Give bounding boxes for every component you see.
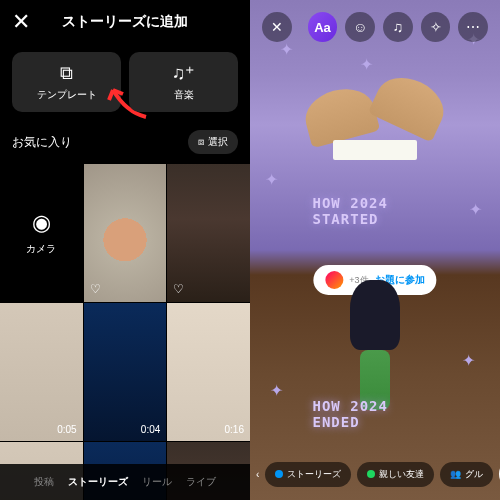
media-tile[interactable]: ♡ [84, 164, 167, 302]
tab-bar: 投稿 ストーリーズ リール ライブ [0, 464, 250, 500]
chip-label: ストーリーズ [287, 468, 341, 481]
avatar-icon [325, 271, 343, 289]
share-stories[interactable]: ストーリーズ [265, 462, 351, 487]
media-tile[interactable]: 0:04 [84, 303, 167, 441]
dot-icon [275, 470, 283, 478]
sticker-button[interactable]: ☺ [345, 12, 375, 42]
page-title: ストーリーズに追加 [62, 13, 188, 31]
story-caption-1[interactable]: HOW 2024 STARTED [313, 195, 438, 227]
close-icon[interactable]: ✕ [12, 9, 30, 35]
story-editor-panel: ✦ ✦ ✦ ✦ ✦ ✦ ✦ ✕ Aa ☺ ♫ ✧ ⋯ HOW 2024 STAR… [250, 0, 500, 500]
option-row: ⧉ テンプレート ♫⁺ 音楽 [0, 44, 250, 120]
text-button[interactable]: Aa [308, 12, 338, 42]
gallery-panel: ✕ ストーリーズに追加 ⧉ テンプレート ♫⁺ 音楽 お気に入り ⧇ 選択 ◉ … [0, 0, 250, 500]
sparkle-icon: ✦ [265, 170, 278, 189]
media-tile[interactable]: 0:05 [0, 303, 83, 441]
select-label: 選択 [208, 135, 228, 149]
heart-icon: ♡ [90, 282, 101, 296]
sparkle-icon: ✦ [469, 200, 482, 219]
tab-stories[interactable]: ストーリーズ [68, 475, 128, 489]
media-grid: ◉ カメラ ♡ ♡ 0:05 0:04 0:16 ∞ [0, 164, 250, 500]
story-caption-2[interactable]: HOW 2024 ENDED [313, 398, 438, 430]
header: ✕ ストーリーズに追加 [0, 0, 250, 44]
effects-button[interactable]: ✧ [421, 12, 451, 42]
template-icon: ⧉ [60, 63, 73, 84]
select-button[interactable]: ⧇ 選択 [188, 130, 238, 154]
music-label: 音楽 [174, 88, 194, 102]
chevron-left-icon[interactable]: ‹ [256, 469, 259, 480]
story-image-bottom [350, 280, 400, 350]
template-label: テンプレート [37, 88, 97, 102]
tab-post[interactable]: 投稿 [34, 475, 54, 489]
camera-label: カメラ [26, 242, 56, 256]
heart-icon: ♡ [173, 282, 184, 296]
close-button[interactable]: ✕ [262, 12, 292, 42]
sparkle-icon: ✦ [280, 40, 293, 59]
chip-label: 親しい友達 [379, 468, 424, 481]
music-button[interactable]: ♫⁺ 音楽 [129, 52, 238, 112]
tab-reel[interactable]: リール [142, 475, 172, 489]
group-icon: 👥 [450, 469, 461, 479]
share-bar: ‹ ストーリーズ 親しい友達 👥グル → [250, 458, 500, 490]
media-tile[interactable]: 0:16 [167, 303, 250, 441]
chip-label: グル [465, 468, 483, 481]
story-image-top [305, 70, 445, 160]
story-toolbar: ✕ Aa ☺ ♫ ✧ ⋯ [250, 12, 500, 42]
media-tile[interactable]: ♡ [167, 164, 250, 302]
duration: 0:16 [225, 424, 244, 435]
music-button[interactable]: ♫ [383, 12, 413, 42]
share-close-friends[interactable]: 親しい友達 [357, 462, 434, 487]
camera-tile[interactable]: ◉ カメラ [0, 164, 83, 302]
select-icon: ⧇ [198, 136, 204, 148]
duration: 0:05 [57, 424, 76, 435]
tab-live[interactable]: ライブ [186, 475, 216, 489]
sparkle-icon: ✦ [462, 351, 475, 370]
more-button[interactable]: ⋯ [458, 12, 488, 42]
duration: 0:04 [141, 424, 160, 435]
share-group[interactable]: 👥グル [440, 462, 493, 487]
template-button[interactable]: ⧉ テンプレート [12, 52, 121, 112]
dot-icon [367, 470, 375, 478]
camera-icon: ◉ [32, 210, 51, 236]
favorites-row: お気に入り ⧇ 選択 [0, 120, 250, 164]
music-icon: ♫⁺ [172, 62, 196, 84]
favorites-label[interactable]: お気に入り [12, 134, 72, 151]
sparkle-icon: ✦ [270, 381, 283, 400]
